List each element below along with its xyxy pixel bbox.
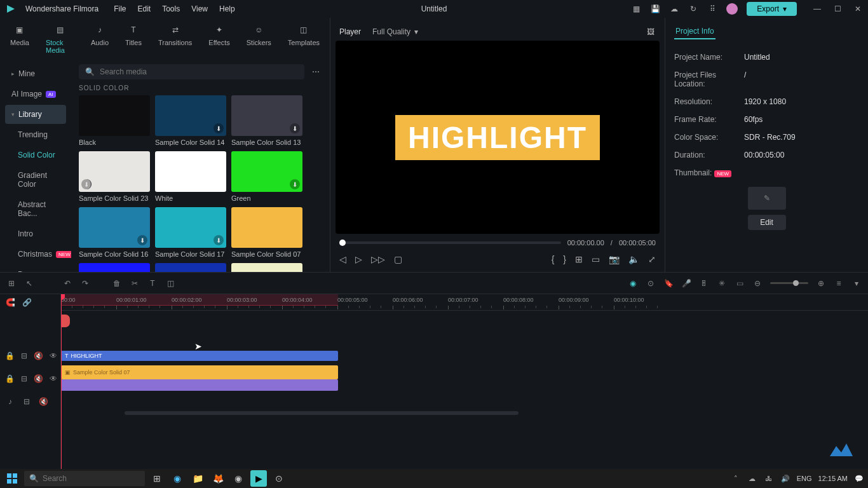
- timeline-scrollbar[interactable]: [61, 410, 868, 416]
- mark-out-icon[interactable]: }: [563, 254, 566, 264]
- lock-icon[interactable]: 🔒: [5, 351, 15, 361]
- next-frame-icon[interactable]: ▷▷: [371, 254, 385, 264]
- swatch-card[interactable]: ⬇Sample Color Solid 23: [79, 151, 150, 202]
- zoom-in-icon[interactable]: ⊕: [816, 278, 826, 288]
- sidebar-item-solid-color[interactable]: Solid Color: [5, 146, 66, 165]
- adjust-icon[interactable]: ▭: [735, 278, 745, 288]
- tab-effects[interactable]: ✦Effects: [206, 22, 232, 55]
- display-icon[interactable]: ▭: [592, 254, 600, 264]
- progress-slider[interactable]: [339, 241, 561, 244]
- swatch-card[interactable]: White: [155, 151, 226, 202]
- crop-tool-icon[interactable]: ◫: [165, 278, 175, 288]
- menu-help[interactable]: Help: [219, 4, 235, 13]
- zoom-out-icon[interactable]: ⊖: [752, 278, 763, 288]
- snapshot-icon[interactable]: 🖼: [646, 27, 656, 37]
- taskbar-search[interactable]: 🔍: [24, 471, 145, 486]
- magnet-icon[interactable]: 🧲: [5, 297, 15, 308]
- redo-icon[interactable]: ↷: [80, 278, 90, 288]
- music-note-icon[interactable]: ♪: [5, 396, 15, 407]
- marker-handle[interactable]: [61, 315, 70, 327]
- chrome-icon[interactable]: ◉: [230, 470, 247, 487]
- menu-edit[interactable]: Edit: [138, 4, 151, 13]
- delete-icon[interactable]: 🗑: [112, 278, 122, 288]
- mute-icon[interactable]: 🔇: [34, 374, 43, 384]
- mute-icon[interactable]: 🔇: [38, 396, 48, 407]
- firefox-icon[interactable]: 🦊: [210, 470, 226, 487]
- search-input[interactable]: [100, 67, 298, 76]
- download-icon[interactable]: ⬇: [137, 235, 147, 245]
- prev-frame-icon[interactable]: ◁: [339, 254, 346, 264]
- clock[interactable]: 12:15 AM: [818, 475, 848, 482]
- filmora-taskbar-icon[interactable]: ▶: [250, 470, 267, 487]
- video-clip[interactable]: ▣Sample Color Solid 07: [61, 365, 338, 379]
- download-icon[interactable]: ⬇: [214, 123, 224, 133]
- tab-stickers[interactable]: ☺Stickers: [244, 22, 274, 55]
- toggle-icon[interactable]: ⊟: [21, 374, 27, 384]
- text-tool-icon[interactable]: T: [147, 278, 158, 288]
- sidebar-item-christmas[interactable]: ChristmasNEW: [5, 245, 66, 264]
- auto-reframe-icon[interactable]: ◉: [628, 278, 638, 288]
- lock-icon[interactable]: 🔒: [5, 374, 15, 384]
- user-avatar[interactable]: [726, 3, 738, 15]
- onedrive-icon[interactable]: ☁: [747, 473, 757, 484]
- minimize-icon[interactable]: —: [812, 4, 822, 14]
- time-ruler[interactable]: 00:0000:00:01:0000:00:02:0000:00:03:0000…: [61, 294, 868, 311]
- swatch-card[interactable]: ⬇Sample Color Solid 13: [231, 95, 302, 146]
- sound-icon[interactable]: 🔊: [780, 473, 790, 484]
- tab-transitions[interactable]: ⇄Transitions: [156, 22, 194, 55]
- more-options-icon[interactable]: ⋯: [309, 65, 322, 79]
- task-view-icon[interactable]: ⊞: [149, 470, 165, 487]
- sidebar-item-trending[interactable]: Trending: [5, 125, 66, 144]
- swatch-card[interactable]: ⬇Green: [231, 151, 302, 202]
- voiceover-icon[interactable]: 🎤: [681, 278, 691, 288]
- tab-media[interactable]: ▣Media: [8, 22, 32, 55]
- title-clip[interactable]: THIGHLIGHT: [61, 351, 338, 361]
- history-icon[interactable]: ↻: [688, 4, 698, 14]
- sidebar-item-gradient-color[interactable]: Gradient Color: [5, 166, 66, 194]
- sidebar-item-intro[interactable]: Intro: [5, 224, 66, 243]
- marker-icon[interactable]: 🔖: [663, 278, 674, 288]
- layout-icon[interactable]: ▦: [631, 4, 641, 14]
- tray-chevron-icon[interactable]: ˄: [731, 473, 741, 484]
- sidebar-item-ai-image[interactable]: AI ImageAI: [5, 85, 66, 104]
- download-icon[interactable]: ⬇: [290, 123, 300, 133]
- cloud-icon[interactable]: ☁: [669, 4, 679, 14]
- zoom-fit-icon[interactable]: ≡: [834, 278, 844, 288]
- tab-audio[interactable]: ♪Audio: [88, 22, 111, 55]
- apps-icon[interactable]: ⠿: [707, 4, 717, 14]
- volume-icon[interactable]: 🔈: [628, 254, 639, 264]
- close-icon[interactable]: ✕: [853, 4, 863, 14]
- stop-icon[interactable]: ▢: [394, 254, 402, 264]
- download-icon[interactable]: ⬇: [290, 179, 300, 189]
- swatch-card[interactable]: Black: [79, 95, 150, 146]
- download-icon[interactable]: ⬇: [214, 235, 224, 245]
- audio-sync-icon[interactable]: 🎚: [699, 278, 709, 288]
- render-icon[interactable]: ⊙: [646, 278, 656, 288]
- sidebar-item-abstract[interactable]: Abstract Bac...: [5, 195, 66, 223]
- sidebar-item-promo[interactable]: Promo: [5, 265, 66, 272]
- zoom-slider[interactable]: [770, 282, 808, 284]
- sidebar-item-library[interactable]: Library: [5, 105, 66, 124]
- swatch-card[interactable]: ⬇Sample Color Solid 17: [155, 207, 226, 258]
- snapshot-button-icon[interactable]: 📷: [609, 254, 620, 264]
- sidebar-item-mine[interactable]: Mine: [5, 64, 66, 83]
- save-icon[interactable]: 💾: [650, 4, 660, 14]
- menu-view[interactable]: View: [191, 4, 208, 13]
- search-box[interactable]: 🔍: [79, 64, 304, 79]
- download-icon[interactable]: ⬇: [81, 179, 92, 189]
- swatch-card[interactable]: ⬇Sample Color Solid 16: [79, 207, 150, 258]
- toggle-icon[interactable]: ⊟: [21, 351, 27, 361]
- cursor-tool-icon[interactable]: ↖: [24, 278, 34, 288]
- tab-stock-media[interactable]: ▤Stock Media: [43, 22, 77, 55]
- play-icon[interactable]: ▷: [355, 254, 362, 264]
- swatch-card[interactable]: [155, 263, 226, 272]
- swatch-card[interactable]: [79, 263, 150, 272]
- maximize-icon[interactable]: ☐: [832, 4, 843, 14]
- tab-templates[interactable]: ◫Templates: [285, 22, 322, 55]
- toggle-icon[interactable]: ⊟: [22, 396, 32, 407]
- swatch-card[interactable]: [231, 263, 302, 272]
- edit-button[interactable]: Edit: [748, 215, 786, 230]
- arrange-icon[interactable]: ⊞: [6, 278, 17, 288]
- thumbnail-preview[interactable]: ✎: [748, 187, 786, 210]
- split-icon[interactable]: ✂: [130, 278, 140, 288]
